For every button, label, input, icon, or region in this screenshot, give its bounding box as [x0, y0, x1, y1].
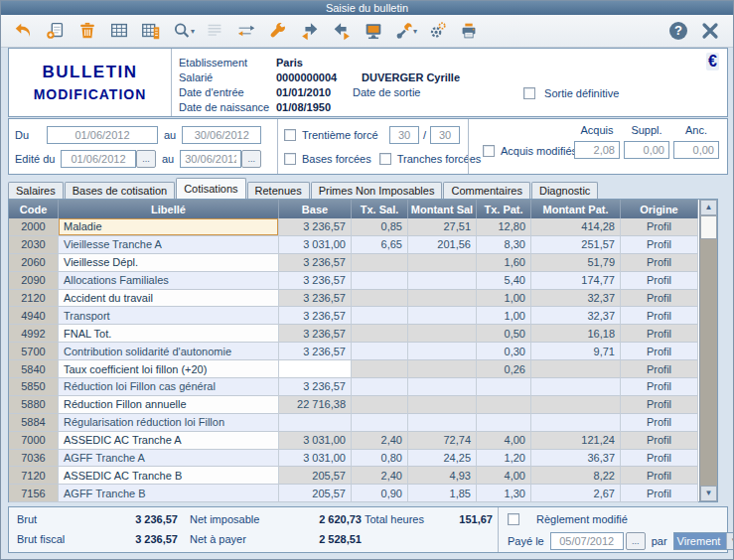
cell-montant-sal[interactable]: [408, 378, 477, 396]
table-row[interactable]: 2060Vieillesse Dépl.3 236,571,6051,79Pro…: [9, 254, 717, 272]
scrollbar-track[interactable]: [700, 239, 717, 486]
cell-libelle[interactable]: Réduction loi Fillon cas général: [59, 378, 279, 396]
cell-libelle[interactable]: Taux coefficient loi fillon (+20): [59, 360, 279, 378]
cell-libelle[interactable]: Régularisation réduction loi Fillon: [59, 414, 279, 432]
cell-tx-sal[interactable]: 0,80: [352, 450, 408, 468]
column-header-montant-pat[interactable]: Montant Pat.: [531, 200, 621, 218]
cell-code[interactable]: 4992: [9, 325, 59, 343]
cell-montant-pat[interactable]: 8,22: [531, 467, 621, 485]
insert-table-button[interactable]: [136, 18, 166, 45]
cell-libelle[interactable]: Vieillesse Dépl.: [59, 254, 279, 272]
table-row[interactable]: 7156AGFF Tranche B205,570,901,851,302,67…: [9, 485, 717, 502]
cell-libelle[interactable]: Accident du travail: [59, 290, 279, 308]
acquis-modifies-checkbox[interactable]: [483, 145, 495, 157]
cell-base[interactable]: 3 236,57: [279, 272, 352, 290]
cell-montant-sal[interactable]: 72,74: [408, 432, 477, 450]
cell-origine[interactable]: Profil: [621, 218, 698, 236]
cell-base[interactable]: 3 236,57: [279, 307, 352, 325]
cell-libelle[interactable]: Allocations Familiales: [59, 272, 279, 290]
scroll-down-icon[interactable]: ▼: [700, 486, 717, 501]
vertical-scrollbar[interactable]: ▲ ▼: [699, 200, 717, 501]
cell-tx-pat[interactable]: [477, 414, 531, 432]
cell-montant-sal[interactable]: [408, 414, 477, 432]
payment-mode-dropdown-icon[interactable]: ▼: [726, 533, 734, 549]
column-header-montant-sal[interactable]: Montant Sal: [408, 200, 477, 218]
column-header-tx-pat[interactable]: Tx. Pat.: [477, 200, 531, 218]
cell-tx-sal[interactable]: 6,65: [352, 236, 408, 254]
cell-base[interactable]: 3 236,57: [279, 325, 352, 343]
table-row[interactable]: 5840Taux coefficient loi fillon (+20)0,2…: [9, 360, 717, 378]
cell-origine[interactable]: Profil: [621, 307, 698, 325]
cell-base[interactable]: [279, 360, 352, 378]
cell-montant-pat[interactable]: 32,37: [531, 307, 621, 325]
cell-libelle[interactable]: ASSEDIC AC Tranche B: [59, 467, 279, 485]
sortie-definitive-checkbox[interactable]: [523, 87, 535, 99]
cell-code[interactable]: 5840: [9, 360, 59, 378]
cell-montant-sal[interactable]: 4,93: [408, 467, 477, 485]
cell-base[interactable]: 3 236,57: [279, 343, 352, 360]
cell-base[interactable]: 3 031,00: [279, 432, 352, 450]
cell-code[interactable]: 5850: [9, 378, 59, 396]
delete-button[interactable]: [73, 18, 102, 45]
cell-origine[interactable]: Profil: [621, 254, 698, 272]
trentieme-den-input[interactable]: [430, 126, 460, 144]
new-copy-document-button[interactable]: [41, 18, 71, 45]
table-row[interactable]: 4940Transport3 236,571,0032,37Profil: [9, 307, 717, 325]
cell-base[interactable]: 3 031,00: [279, 450, 352, 468]
anc-input[interactable]: [673, 141, 719, 159]
preview-screen-button[interactable]: [359, 18, 388, 45]
tools-menu-button[interactable]: ▾: [390, 18, 420, 45]
cell-montant-pat[interactable]: 2,67: [531, 485, 621, 502]
paye-le-browse-button[interactable]: ...: [626, 532, 646, 550]
cell-montant-pat[interactable]: [531, 396, 621, 414]
acquis-input[interactable]: [574, 141, 620, 159]
tab-primes-non-imposables[interactable]: Primes Non Imposables: [311, 182, 443, 199]
grid-button[interactable]: [104, 18, 134, 45]
cell-tx-sal[interactable]: [352, 325, 408, 343]
next-slip-button[interactable]: [327, 18, 357, 45]
cell-tx-pat[interactable]: 1,30: [477, 485, 531, 502]
scroll-up-icon[interactable]: ▲: [700, 200, 717, 215]
cell-tx-sal[interactable]: 2,40: [352, 432, 408, 450]
tab-cotisations[interactable]: Cotisations: [176, 178, 245, 199]
cell-tx-pat[interactable]: 5,40: [477, 272, 531, 290]
cell-tx-sal[interactable]: [352, 360, 408, 378]
previous-slip-button[interactable]: [295, 18, 325, 45]
cell-libelle[interactable]: FNAL Tot.: [59, 325, 279, 343]
column-header-base[interactable]: Base: [279, 200, 352, 218]
cell-libelle[interactable]: Contribution solidarité d'autonomie: [59, 343, 279, 360]
cell-origine[interactable]: Profil: [621, 414, 698, 432]
cell-code[interactable]: 5884: [9, 414, 59, 432]
column-header-code[interactable]: Code: [9, 200, 59, 218]
cell-origine[interactable]: Profil: [621, 325, 698, 343]
edited-start-input[interactable]: [61, 150, 136, 168]
euro-currency-icon[interactable]: €: [706, 53, 719, 70]
cell-code[interactable]: 2030: [9, 236, 59, 254]
cell-montant-sal[interactable]: 201,56: [408, 236, 477, 254]
cell-montant-sal[interactable]: 1,85: [408, 485, 477, 502]
cell-origine[interactable]: Profil: [621, 378, 698, 396]
cell-montant-pat[interactable]: 16,18: [531, 325, 621, 343]
cell-tx-pat[interactable]: 0,26: [477, 360, 531, 378]
cell-tx-sal[interactable]: [352, 307, 408, 325]
cell-montant-pat[interactable]: 32,37: [531, 290, 621, 308]
cell-libelle[interactable]: Vieillesse Tranche A: [59, 236, 279, 254]
table-row[interactable]: 7036AGFF Tranche A3 031,000,8024,251,203…: [9, 450, 717, 468]
cell-tx-pat[interactable]: [477, 396, 531, 414]
period-end-input[interactable]: [182, 126, 261, 144]
cell-montant-sal[interactable]: [408, 272, 477, 290]
cell-libelle[interactable]: ASSEDIC AC Tranche A: [59, 432, 279, 450]
cell-montant-sal[interactable]: 27,51: [408, 218, 477, 236]
cell-tx-sal[interactable]: [352, 254, 408, 272]
table-row[interactable]: 5884Régularisation réduction loi FillonP…: [9, 414, 717, 432]
table-row[interactable]: 5700Contribution solidarité d'autonomie3…: [9, 343, 717, 360]
edited-end-input[interactable]: [180, 150, 241, 168]
cell-tx-sal[interactable]: [352, 272, 408, 290]
cell-origine[interactable]: Profil: [621, 396, 698, 414]
payment-mode-combobox[interactable]: Virement ▼: [673, 532, 734, 550]
cell-montant-pat[interactable]: 414,28: [531, 218, 621, 236]
cell-tx-sal[interactable]: 0,85: [352, 218, 408, 236]
cell-origine[interactable]: Profil: [621, 272, 698, 290]
cell-libelle[interactable]: Réduction Fillon annuelle: [59, 396, 279, 414]
bases-forcees-checkbox[interactable]: [284, 153, 296, 165]
